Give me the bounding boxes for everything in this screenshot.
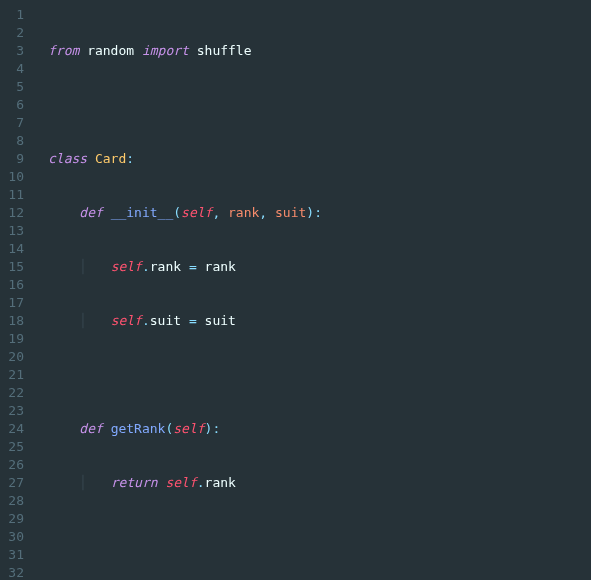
code-line: def __init__(self, rank, suit): <box>48 204 591 222</box>
line-number: 16 <box>0 276 24 294</box>
line-number: 7 <box>0 114 24 132</box>
code-area[interactable]: from random import shuffle class Card: d… <box>32 0 591 580</box>
line-number: 12 <box>0 204 24 222</box>
line-number: 25 <box>0 438 24 456</box>
line-number: 18 <box>0 312 24 330</box>
code-line: class Card: <box>48 150 591 168</box>
line-number: 4 <box>0 60 24 78</box>
line-number: 8 <box>0 132 24 150</box>
code-line: │ self.rank = rank <box>48 258 591 276</box>
code-line: def getRank(self): <box>48 420 591 438</box>
line-number: 29 <box>0 510 24 528</box>
line-number: 31 <box>0 546 24 564</box>
line-number: 22 <box>0 384 24 402</box>
line-number: 26 <box>0 456 24 474</box>
line-number: 15 <box>0 258 24 276</box>
code-line <box>48 528 591 546</box>
line-number: 27 <box>0 474 24 492</box>
line-number: 9 <box>0 150 24 168</box>
line-number: 19 <box>0 330 24 348</box>
line-number: 13 <box>0 222 24 240</box>
line-number: 32 <box>0 564 24 580</box>
line-number: 2 <box>0 24 24 42</box>
line-number: 5 <box>0 78 24 96</box>
code-line <box>48 366 591 384</box>
line-number: 17 <box>0 294 24 312</box>
code-line: │ return self.rank <box>48 474 591 492</box>
line-number: 10 <box>0 168 24 186</box>
line-number-gutter: 1234567891011121314151617181920212223242… <box>0 0 32 580</box>
line-number: 24 <box>0 420 24 438</box>
code-editor[interactable]: 1234567891011121314151617181920212223242… <box>0 0 591 580</box>
line-number: 21 <box>0 366 24 384</box>
line-number: 1 <box>0 6 24 24</box>
line-number: 14 <box>0 240 24 258</box>
line-number: 20 <box>0 348 24 366</box>
line-number: 28 <box>0 492 24 510</box>
line-number: 11 <box>0 186 24 204</box>
line-number: 23 <box>0 402 24 420</box>
code-line: from random import shuffle <box>48 42 591 60</box>
line-number: 6 <box>0 96 24 114</box>
code-line: │ self.suit = suit <box>48 312 591 330</box>
code-line <box>48 96 591 114</box>
line-number: 30 <box>0 528 24 546</box>
line-number: 3 <box>0 42 24 60</box>
